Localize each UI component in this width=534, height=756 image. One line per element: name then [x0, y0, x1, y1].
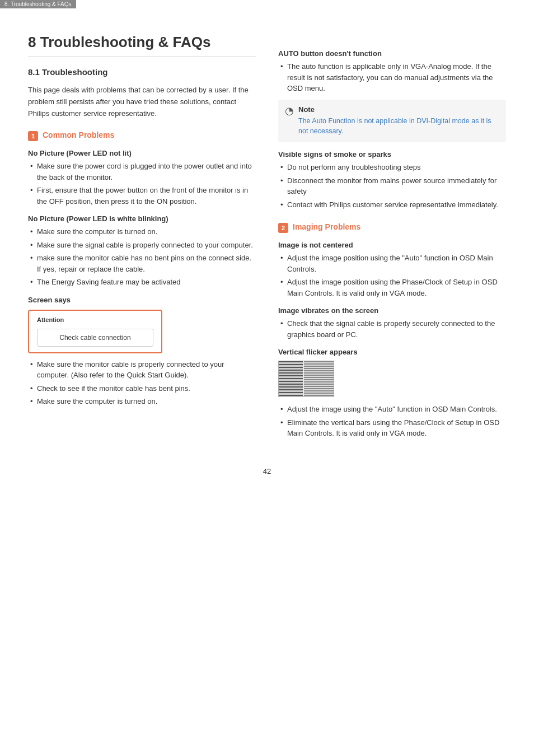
screen-says-list: Make sure the monitor cable is properly … — [28, 359, 256, 407]
screen-says-box: Attention Check cable connection — [28, 310, 162, 353]
list-item: Contact with Philips customer service re… — [278, 199, 506, 211]
list-item: Check that the signal cable is properly … — [278, 318, 506, 340]
chapter-title: 8 Troubleshooting & FAQs — [28, 34, 256, 51]
left-column: 8 Troubleshooting & FAQs 8.1 Troubleshoo… — [28, 22, 256, 445]
list-item: Do not perform any troubleshooting steps — [278, 162, 506, 173]
list-item: Make sure the monitor cable is properly … — [28, 359, 256, 381]
subsection-nopicture-blink: No Picture (Power LED is white blinking) — [28, 214, 256, 223]
vertical-flicker-title: Vertical flicker appears — [278, 348, 506, 356]
subsection-nopicture-led: No Picture (Power LED not lit) — [28, 149, 256, 157]
list-item: Check to see if the monitor cable has be… — [28, 383, 256, 394]
screen-says-label: Screen says — [28, 296, 256, 304]
flicker-left-bars — [279, 361, 303, 396]
section2-header: 2 Imaging Problems — [278, 222, 506, 233]
smoke-sparks-title: Visible signs of smoke or sparks — [278, 150, 506, 158]
attention-label: Attention — [37, 316, 153, 323]
list-item: Make sure the signal cable is properly c… — [28, 240, 256, 251]
note-content: Note The Auto Function is not applicable… — [298, 105, 499, 137]
note-icon: ◔ — [285, 105, 294, 118]
section2-badge: 2 — [278, 223, 288, 233]
section1-header: 1 Common Problems — [28, 130, 256, 141]
list-item: Eliminate the vertical bars using the Ph… — [278, 417, 506, 439]
vertical-flicker-list: Adjust the image using the "Auto" functi… — [278, 404, 506, 439]
vertical-flicker-image — [278, 361, 334, 397]
image-vibrates-list: Check that the signal cable is properly … — [278, 318, 506, 340]
smoke-sparks-list: Do not perform any troubleshooting steps… — [278, 162, 506, 210]
section2-title: Imaging Problems — [293, 222, 360, 231]
list-item: Adjust the image position using the Phas… — [278, 277, 506, 298]
auto-button-title: AUTO button doesn't function — [278, 49, 506, 58]
list-item: make sure the monitor cable has no bent … — [28, 253, 256, 274]
image-not-centered-list: Adjust the image position using the "Aut… — [278, 253, 506, 298]
check-cable-box: Check cable connection — [37, 329, 153, 347]
note-box: ◔ Note The Auto Function is not applicab… — [278, 100, 506, 143]
section81-title: 8.1 Troubleshooting — [28, 67, 256, 77]
note-text: The Auto Function is not applicable in D… — [298, 116, 499, 137]
section1-badge: 1 — [28, 131, 38, 141]
page-number: 42 — [28, 467, 506, 475]
image-vibrates-title: Image vibrates on the screen — [278, 306, 506, 315]
page-tab: 8. Troubleshooting & FAQs — [0, 0, 76, 8]
flicker-right-bars — [304, 361, 334, 396]
list-item: Make sure the computer is turned on. — [28, 226, 256, 237]
list-item: Adjust the image using the "Auto" functi… — [278, 404, 506, 415]
intro-text: This page deals with problems that can b… — [28, 85, 256, 119]
list-item: First, ensure that the power button on t… — [28, 185, 256, 207]
section1-title: Common Problems — [43, 130, 114, 139]
list-item: Disconnect the monitor from mains power … — [278, 175, 506, 197]
list-item: Adjust the image position using the "Aut… — [278, 253, 506, 274]
list-item: The auto function is applicable only in … — [278, 61, 506, 94]
right-column: AUTO button doesn't function The auto fu… — [278, 22, 506, 445]
nopicture-led-list: Make sure the power cord is plugged into… — [28, 161, 256, 207]
list-item: Make sure the computer is turned on. — [28, 396, 256, 407]
note-title: Note — [298, 105, 499, 114]
list-item: Make sure the power cord is plugged into… — [28, 161, 256, 183]
auto-button-list: The auto function is applicable only in … — [278, 61, 506, 94]
list-item: The Energy Saving feature may be activat… — [28, 277, 256, 288]
nopicture-blink-list: Make sure the computer is turned on. Mak… — [28, 226, 256, 288]
image-not-centered-title: Image is not centered — [278, 241, 506, 249]
